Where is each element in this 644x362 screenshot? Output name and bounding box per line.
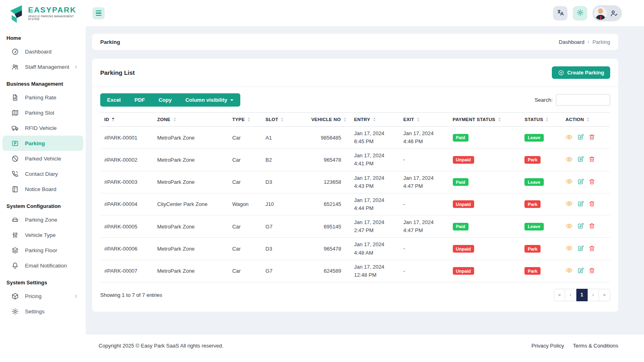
sidebar-item-parking-zone[interactable]: Parking Zone xyxy=(2,212,83,227)
view-button[interactable] xyxy=(566,134,573,142)
map-icon xyxy=(11,109,19,117)
parking-list-card: Parking List Create Parking ExcelPDFCopy… xyxy=(92,59,618,312)
pdf-export-button[interactable]: PDF xyxy=(128,93,152,107)
main-content: Parking Dashboard › Parking Parking List… xyxy=(86,26,644,335)
previous-page-button[interactable]: ‹ xyxy=(565,289,576,301)
cell-status: Park xyxy=(520,193,561,215)
table-row: #PARK-00001MetroPark ZoneCarA19856485Jan… xyxy=(100,127,610,149)
sidebar-item-label: Settings xyxy=(25,309,45,315)
breadcrumb: Dashboard › Parking xyxy=(559,39,610,45)
view-button[interactable] xyxy=(566,200,573,208)
edit-button[interactable] xyxy=(577,267,584,275)
cell-vehicle-no: 695145 xyxy=(295,216,350,238)
sidebar-item-email-notification[interactable]: Email Notification xyxy=(2,258,83,273)
topbar: EASYPARK VEHICLE PARKING MANAGEMENT SYST… xyxy=(0,0,644,26)
cell-zone: MetroPark Zone xyxy=(153,149,228,171)
cell-vehicle-no: 9856485 xyxy=(295,127,350,149)
cell-slot: J10 xyxy=(262,193,295,215)
column-header-exit[interactable]: EXIT xyxy=(399,113,448,127)
copy-export-button[interactable]: Copy xyxy=(152,93,179,107)
column-header-status[interactable]: STATUS xyxy=(520,113,561,127)
view-button[interactable] xyxy=(566,222,573,231)
plus-circle-icon xyxy=(558,70,564,76)
edit-button[interactable] xyxy=(577,134,584,142)
privacy-policy-link[interactable]: Privacy Policy xyxy=(531,343,564,349)
sidebar-item-parking-slot[interactable]: Parking Slot xyxy=(2,105,83,120)
sidebar-item-dashboard[interactable]: Dashboard xyxy=(2,44,83,59)
sidebar-item-label: RFID Vehicle xyxy=(25,125,57,131)
cell-status: Leave xyxy=(520,127,561,149)
cell-type: Wagon xyxy=(228,193,262,215)
view-button[interactable] xyxy=(566,178,573,186)
column-header-type[interactable]: TYPE xyxy=(228,113,262,127)
view-button[interactable] xyxy=(566,245,573,253)
cell-slot: D3 xyxy=(262,238,295,260)
edit-button[interactable] xyxy=(577,156,584,164)
sidebar-item-vehicle-type[interactable]: Vehicle Type xyxy=(2,227,83,243)
edit-button[interactable] xyxy=(577,222,584,230)
export-button-group: ExcelPDFCopyColumn visibility xyxy=(100,93,240,107)
next-page-button[interactable]: › xyxy=(588,289,599,301)
first-page-button[interactable]: « xyxy=(554,289,565,301)
sliders-icon xyxy=(11,231,19,239)
sidebar-item-parking-floor[interactable]: Parking Floor xyxy=(2,243,83,258)
cell-payment-status: Unpaid xyxy=(449,193,521,215)
translate-icon xyxy=(557,9,564,18)
sidebar-item-staff-management[interactable]: Staff Management xyxy=(2,59,83,74)
column-header-vehicle-no[interactable]: VEHICLE NO xyxy=(295,113,350,127)
sidebar-item-label: Notice Board xyxy=(25,186,56,192)
edit-icon xyxy=(577,222,584,230)
breadcrumb-dashboard-link[interactable]: Dashboard xyxy=(559,39,584,45)
column-header-zone[interactable]: ZONE xyxy=(153,113,228,127)
sidebar-item-pricing[interactable]: Pricing xyxy=(2,288,83,304)
delete-button[interactable] xyxy=(588,222,595,230)
sidebar-item-rfid-vehicle[interactable]: RFID Vehicle xyxy=(2,120,83,136)
last-page-button[interactable]: » xyxy=(599,289,610,301)
cell-exit: Jan 17, 20244:47 PM xyxy=(399,171,448,193)
page-1-button[interactable]: 1 xyxy=(576,289,588,301)
notice-icon xyxy=(11,185,19,193)
delete-button[interactable] xyxy=(588,245,595,253)
column-header-slot[interactable]: SLOT xyxy=(262,113,295,127)
cell-id: #PARK-00003 xyxy=(100,171,153,193)
sidebar-item-notice-board[interactable]: Notice Board xyxy=(2,181,83,197)
status-badge: Paid xyxy=(453,223,469,230)
view-button[interactable] xyxy=(566,267,573,275)
view-button[interactable] xyxy=(566,156,573,164)
edit-button[interactable] xyxy=(577,178,584,186)
delete-button[interactable] xyxy=(588,156,595,164)
sidebar-item-parking[interactable]: Parking xyxy=(2,136,83,151)
cell-action xyxy=(561,149,610,171)
column-visibility-button[interactable]: Column visibility xyxy=(178,93,240,107)
sidebar-item-contact-diary[interactable]: Contact Diary xyxy=(2,166,83,181)
cell-id: #PARK-00006 xyxy=(100,238,153,260)
user-menu[interactable] xyxy=(592,5,622,21)
bell-icon xyxy=(11,262,19,269)
settings-quick-button[interactable] xyxy=(573,6,587,21)
delete-button[interactable] xyxy=(588,178,595,186)
cell-exit: - xyxy=(399,260,448,282)
excel-export-button[interactable]: Excel xyxy=(100,93,128,107)
sidebar-toggle-button[interactable] xyxy=(93,7,105,19)
delete-button[interactable] xyxy=(588,134,595,142)
column-header-id[interactable]: ID xyxy=(100,113,153,127)
create-parking-button[interactable]: Create Parking xyxy=(552,66,610,79)
column-header-payment-status[interactable]: PAYMENT STATUS xyxy=(449,113,521,127)
edit-button[interactable] xyxy=(577,245,584,253)
search-input[interactable] xyxy=(556,94,610,106)
column-header-entry[interactable]: ENTRY xyxy=(350,113,399,127)
sidebar-item-parked-vehicle[interactable]: Parked Vehicle xyxy=(2,151,83,166)
delete-button[interactable] xyxy=(588,267,595,275)
truck-icon xyxy=(11,124,19,132)
cell-entry: Jan 17, 20244:43 PM xyxy=(350,171,399,193)
app-logo[interactable]: EASYPARK VEHICLE PARKING MANAGEMENT SYST… xyxy=(0,4,86,23)
column-header-action[interactable]: ACTION xyxy=(561,113,610,127)
sidebar-item-parking-rate[interactable]: Parking Rate xyxy=(2,90,83,105)
edit-button[interactable] xyxy=(577,200,584,208)
sidebar-item-settings[interactable]: Settings xyxy=(2,304,83,319)
logo-mark-icon xyxy=(7,4,25,23)
cell-type: Car xyxy=(228,149,262,171)
terms-conditions-link[interactable]: Terms & Conditions xyxy=(573,343,618,349)
language-button[interactable] xyxy=(553,6,568,21)
delete-button[interactable] xyxy=(588,200,595,208)
